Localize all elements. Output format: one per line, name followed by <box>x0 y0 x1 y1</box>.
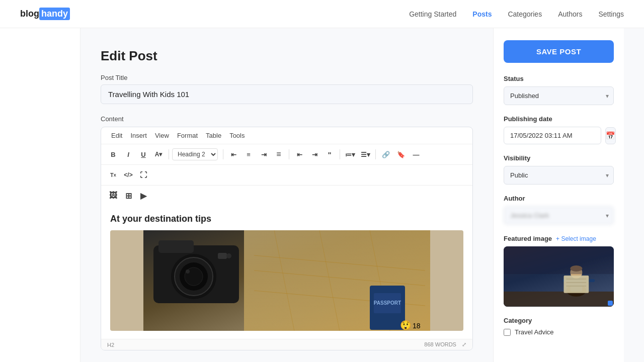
insert-gallery-button[interactable]: ⊞ <box>121 189 135 203</box>
link-button[interactable]: 🔗 <box>379 147 393 161</box>
author-select[interactable]: Jessica Clark <box>504 206 614 225</box>
italic-button[interactable]: I <box>121 147 135 161</box>
logo-text: blog <box>20 9 39 19</box>
menu-format[interactable]: Format <box>173 130 202 141</box>
status-select-wrapper: Published Draft Scheduled <box>504 86 614 105</box>
publishing-date-section: Publishing date 📅 <box>504 115 614 144</box>
blockquote-button[interactable]: " <box>323 147 337 161</box>
align-center-button[interactable]: ≡ <box>242 147 256 161</box>
status-label: Status <box>504 75 614 82</box>
bold-button[interactable]: B <box>106 147 120 161</box>
nav-posts[interactable]: Posts <box>472 10 492 18</box>
visibility-select-wrapper: Public Private Password Protected <box>504 166 614 185</box>
editor-toolbar-row2: Tx </> ⛶ <box>101 165 472 186</box>
text-color-button[interactable]: A▾ <box>151 147 166 161</box>
author-section: Author Jessica Clark <box>504 195 614 225</box>
featured-image-label: Featured image <box>504 235 552 242</box>
publishing-date-input[interactable] <box>504 127 601 144</box>
indent-button[interactable]: ⇥ <box>307 147 321 161</box>
svg-rect-9 <box>158 240 194 253</box>
author-label: Author <box>504 195 614 202</box>
editor-menu-bar: Edit Insert View Format Table Tools <box>101 127 472 144</box>
category-checkbox[interactable] <box>504 329 511 336</box>
align-left-button[interactable]: ⇤ <box>226 147 240 161</box>
svg-rect-23 <box>504 292 614 307</box>
visibility-select[interactable]: Public Private Password Protected <box>504 166 614 185</box>
visibility-section: Visibility Public Private Password Prote… <box>504 154 614 185</box>
numbered-list-button[interactable]: ☰▾ <box>358 147 372 161</box>
editor-wrapper: Edit Insert View Format Table Tools B I … <box>101 127 473 350</box>
bullet-list-button[interactable]: ≔▾ <box>343 147 357 161</box>
bookmark-button[interactable]: 🔖 <box>394 147 408 161</box>
svg-rect-30 <box>564 276 589 293</box>
svg-rect-15 <box>218 253 227 259</box>
save-post-button[interactable]: SAVE POST <box>504 40 614 63</box>
right-panel: SAVE POST Status Published Draft Schedul… <box>493 28 624 362</box>
image-resize-handle[interactable] <box>608 301 613 306</box>
menu-insert[interactable]: Insert <box>126 130 151 141</box>
post-title-input[interactable] <box>101 84 473 104</box>
author-select-wrapper: Jessica Clark <box>504 206 614 225</box>
status-section: Status Published Draft Scheduled <box>504 75 614 105</box>
nav-authors[interactable]: Authors <box>558 10 582 18</box>
svg-text:18: 18 <box>413 322 421 330</box>
resize-handle[interactable]: ⤢ <box>462 341 466 347</box>
editor-toolbar-row1: B I U A▾ Heading 1 Heading 2 Heading 3 P… <box>101 144 472 165</box>
logo-highlight: handy <box>39 8 70 20</box>
featured-image-preview <box>504 246 614 307</box>
editor-status-bar: H2 868 WORDS ⤢ <box>101 339 472 350</box>
category-item-row: Travel Advice <box>504 328 614 336</box>
toolbar-divider-5 <box>375 149 376 159</box>
word-count: 868 WORDS <box>424 341 456 347</box>
svg-point-14 <box>186 269 190 274</box>
content-label: Content <box>101 115 473 123</box>
menu-view[interactable]: View <box>151 130 173 141</box>
outdent-button[interactable]: ⇤ <box>292 147 306 161</box>
underline-button[interactable]: U <box>136 147 150 161</box>
toolbar-divider-4 <box>340 149 340 159</box>
nav-categories[interactable]: Categories <box>508 10 542 18</box>
content-heading: At your destination tips <box>110 214 463 224</box>
featured-image-section: Featured image + Select image <box>504 235 614 307</box>
select-image-link[interactable]: + Select image <box>556 235 596 242</box>
sidebar-spacer <box>0 28 80 362</box>
nav-settings[interactable]: Settings <box>598 10 624 18</box>
editor-block-type: H2 <box>107 342 114 348</box>
menu-table[interactable]: Table <box>202 130 225 141</box>
horizontal-rule-button[interactable]: — <box>409 147 423 161</box>
menu-tools[interactable]: Tools <box>225 130 249 141</box>
svg-rect-34 <box>504 246 614 274</box>
fullscreen-button[interactable]: ⛶ <box>136 168 150 182</box>
toolbar-divider-1 <box>169 149 169 159</box>
menu-edit[interactable]: Edit <box>107 130 126 141</box>
toolbar-divider-3 <box>289 149 289 159</box>
logo[interactable]: bloghandy <box>20 8 70 20</box>
nav-links: Getting Started Posts Categories Authors… <box>409 10 624 18</box>
publishing-date-label: Publishing date <box>504 115 614 123</box>
svg-text:😲: 😲 <box>400 320 412 331</box>
category-section: Category Travel Advice <box>504 317 614 336</box>
clear-format-button[interactable]: Tx <box>106 168 120 182</box>
align-right-button[interactable]: ⇥ <box>257 147 271 161</box>
navbar: bloghandy Getting Started Posts Categori… <box>0 0 644 28</box>
toolbar-divider-2 <box>223 149 223 159</box>
main-content: Edit Post Post Title Content Edit Insert… <box>80 28 493 362</box>
featured-image-svg <box>504 246 614 307</box>
status-select[interactable]: Published Draft Scheduled <box>504 86 614 105</box>
page-wrapper: Edit Post Post Title Content Edit Insert… <box>0 28 644 362</box>
featured-image-label-row: Featured image + Select image <box>504 235 614 242</box>
nav-getting-started[interactable]: Getting Started <box>409 10 456 18</box>
calendar-button[interactable]: 📅 <box>605 127 616 144</box>
category-label: Category <box>504 317 614 324</box>
editor-toolbar-row3: 🖼 ⊞ ▶ <box>101 186 472 206</box>
date-input-wrapper: 📅 <box>504 127 614 144</box>
editor-content[interactable]: At your destination tips <box>101 206 472 339</box>
post-title-label: Post Title <box>101 74 473 81</box>
code-button[interactable]: </> <box>121 168 135 182</box>
insert-video-button[interactable]: ▶ <box>136 189 150 203</box>
heading-select[interactable]: Heading 1 Heading 2 Heading 3 Paragraph <box>172 148 218 160</box>
editor-featured-image: PASSPORT 😲 18 <box>110 230 463 331</box>
category-item-label: Travel Advice <box>515 328 554 336</box>
insert-image-button[interactable]: 🖼 <box>106 189 120 203</box>
align-justify-button[interactable]: ≡ <box>272 147 286 161</box>
